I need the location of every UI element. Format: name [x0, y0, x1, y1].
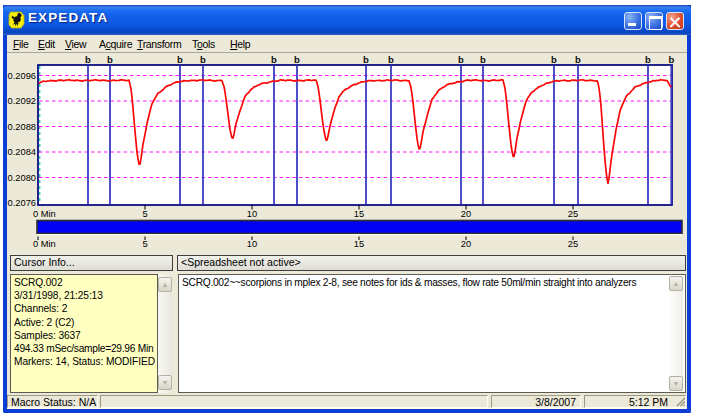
svg-text:0 Min: 0 Min — [33, 209, 56, 219]
svg-text:0 Min: 0 Min — [33, 239, 56, 249]
svg-text:b: b — [575, 54, 581, 65]
svg-text:b: b — [271, 54, 277, 65]
svg-text:15: 15 — [354, 209, 364, 219]
svg-text:0.2092: 0.2092 — [8, 96, 36, 106]
svg-text:b: b — [363, 54, 369, 65]
svg-text:20: 20 — [461, 239, 471, 249]
svg-text:b: b — [388, 54, 394, 65]
svg-text:b: b — [200, 54, 206, 65]
svg-text:5: 5 — [142, 209, 147, 219]
svg-text:0.2084: 0.2084 — [8, 147, 36, 157]
svg-text:b: b — [294, 54, 300, 65]
svg-text:10: 10 — [247, 209, 257, 219]
svg-text:0.2080: 0.2080 — [8, 173, 36, 183]
svg-text:5: 5 — [142, 239, 147, 249]
svg-text:10: 10 — [247, 239, 257, 249]
svg-text:15: 15 — [354, 239, 364, 249]
svg-text:b: b — [645, 54, 651, 65]
svg-text:b: b — [668, 54, 674, 65]
svg-text:25: 25 — [568, 209, 578, 219]
svg-text:0.2088: 0.2088 — [8, 122, 36, 132]
svg-text:0.2076: 0.2076 — [8, 198, 36, 208]
svg-text:25: 25 — [568, 239, 578, 249]
svg-text:20: 20 — [461, 209, 471, 219]
svg-text:b: b — [551, 54, 557, 65]
svg-text:b: b — [85, 54, 91, 65]
svg-text:b: b — [107, 54, 113, 65]
svg-text:b: b — [458, 54, 464, 65]
svg-text:0.2096: 0.2096 — [8, 71, 36, 81]
svg-text:b: b — [177, 54, 183, 65]
svg-text:b: b — [480, 54, 486, 65]
